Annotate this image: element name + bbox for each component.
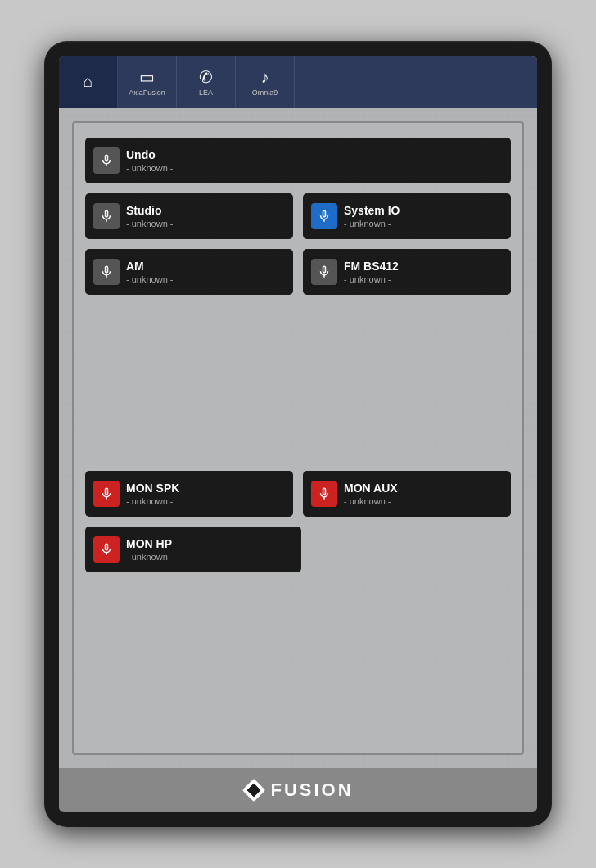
system-io-subtitle: - unknown -	[344, 219, 400, 228]
mic-svg	[99, 153, 114, 168]
device-bottom: FUSION	[59, 768, 537, 812]
undo-title: Undo	[126, 148, 173, 162]
fm-title: FM BS412	[344, 260, 399, 274]
studio-title: Studio	[126, 204, 173, 218]
home-icon: ⌂	[83, 72, 93, 91]
studio-subtitle: - unknown -	[126, 219, 173, 228]
mon-aux-text: MON AUX - unknown -	[344, 481, 398, 507]
mon-aux-title: MON AUX	[344, 481, 398, 495]
mon-hp-title: MON HP	[126, 537, 173, 551]
tab-omnia-label: Omnia9	[252, 88, 278, 97]
am-title: AM	[126, 260, 173, 274]
studio-text: Studio - unknown -	[126, 204, 173, 229]
mon-spk-mic-icon	[93, 481, 120, 507]
studio-button[interactable]: Studio - unknown -	[85, 193, 293, 239]
tab-omnia[interactable]: ♪ Omnia9	[236, 56, 295, 108]
tab-home[interactable]: ⌂	[59, 56, 118, 108]
fm-mic-icon	[311, 259, 337, 285]
studio-system-row: Studio - unknown - System IO - unknow	[85, 193, 511, 239]
tab-axia[interactable]: ▭ AxiaFusion	[118, 56, 177, 108]
fm-text: FM BS412 - unknown -	[344, 260, 399, 285]
main-content: Undo - unknown - Studio	[59, 108, 537, 768]
undo-subtitle: - unknown -	[126, 163, 173, 173]
am-fm-row: AM - unknown - FM BS412 - unknown -	[85, 249, 511, 295]
mon-aux-subtitle: - unknown -	[344, 496, 398, 506]
system-io-mic-icon	[311, 203, 337, 229]
am-subtitle: - unknown -	[126, 274, 173, 284]
studio-mic-icon	[93, 203, 120, 229]
system-io-title: System IO	[344, 204, 400, 218]
am-button[interactable]: AM - unknown -	[85, 249, 293, 295]
tab-lea-label: LEA	[199, 88, 213, 97]
undo-row: Undo - unknown -	[85, 138, 511, 183]
panel: Undo - unknown - Studio	[72, 121, 524, 755]
mon-spk-button[interactable]: MON SPK - unknown -	[85, 471, 293, 517]
mon-aux-button[interactable]: MON AUX - unknown -	[303, 471, 511, 517]
tab-axia-label: AxiaFusion	[129, 88, 165, 97]
mic-svg-studio	[99, 209, 114, 224]
screen: ⌂ ▭ AxiaFusion ✆ LEA ♪ Omnia9	[59, 56, 537, 812]
mic-svg-system	[317, 209, 332, 224]
spacer-1	[85, 305, 511, 461]
fusion-diamond-icon	[242, 779, 265, 802]
mon-hp-subtitle: - unknown -	[126, 552, 173, 562]
am-text: AM - unknown -	[126, 260, 173, 285]
tab-lea[interactable]: ✆ LEA	[177, 56, 236, 108]
mic-svg-aux	[317, 486, 332, 501]
omnia-icon: ♪	[261, 68, 269, 87]
undo-text: Undo - unknown -	[126, 148, 173, 174]
tab-bar: ⌂ ▭ AxiaFusion ✆ LEA ♪ Omnia9	[59, 56, 537, 108]
system-io-text: System IO - unknown -	[344, 204, 400, 229]
fm-button[interactable]: FM BS412 - unknown -	[303, 249, 511, 295]
am-mic-icon	[93, 259, 120, 285]
lea-icon: ✆	[199, 67, 213, 87]
fusion-label: FUSION	[270, 780, 353, 801]
mon-spk-subtitle: - unknown -	[126, 496, 179, 506]
mon-spk-title: MON SPK	[126, 481, 179, 495]
fusion-logo: FUSION	[242, 779, 353, 802]
undo-mic-icon	[93, 147, 120, 174]
mon-hp-mic-icon	[93, 536, 120, 563]
fm-subtitle: - unknown -	[344, 274, 399, 284]
undo-button[interactable]: Undo - unknown -	[85, 138, 511, 183]
axia-icon: ▭	[139, 67, 155, 87]
empty-slot	[311, 527, 511, 572]
mic-svg-hp	[99, 542, 114, 557]
system-io-button[interactable]: System IO - unknown -	[303, 193, 511, 239]
mic-svg-am	[99, 264, 114, 279]
spacer-2	[85, 582, 511, 739]
mon-spk-text: MON SPK - unknown -	[126, 481, 179, 507]
mic-svg-fm	[317, 264, 332, 279]
mon-row-2: MON HP - unknown -	[85, 527, 511, 572]
mon-hp-button[interactable]: MON HP - unknown -	[85, 527, 301, 572]
mic-svg-spk	[99, 486, 114, 501]
mon-row-1: MON SPK - unknown - MON AUX - unknown	[85, 471, 511, 517]
mon-aux-mic-icon	[311, 481, 337, 507]
device: ⌂ ▭ AxiaFusion ✆ LEA ♪ Omnia9	[44, 41, 552, 827]
mon-hp-text: MON HP - unknown -	[126, 537, 173, 563]
